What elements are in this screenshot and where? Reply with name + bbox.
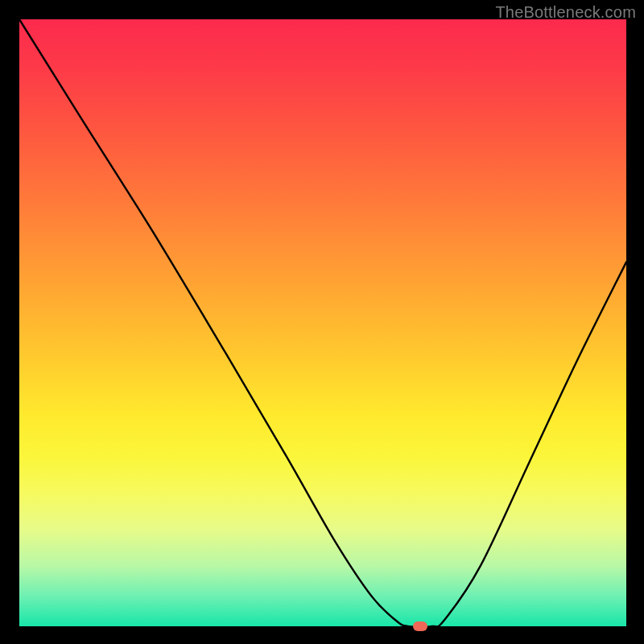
chart-frame: TheBottleneck.com: [0, 0, 644, 644]
plot-area: [19, 19, 626, 626]
optimum-marker: [413, 621, 427, 631]
bottleneck-curve: [19, 19, 626, 626]
watermark-text: TheBottleneck.com: [495, 3, 636, 22]
